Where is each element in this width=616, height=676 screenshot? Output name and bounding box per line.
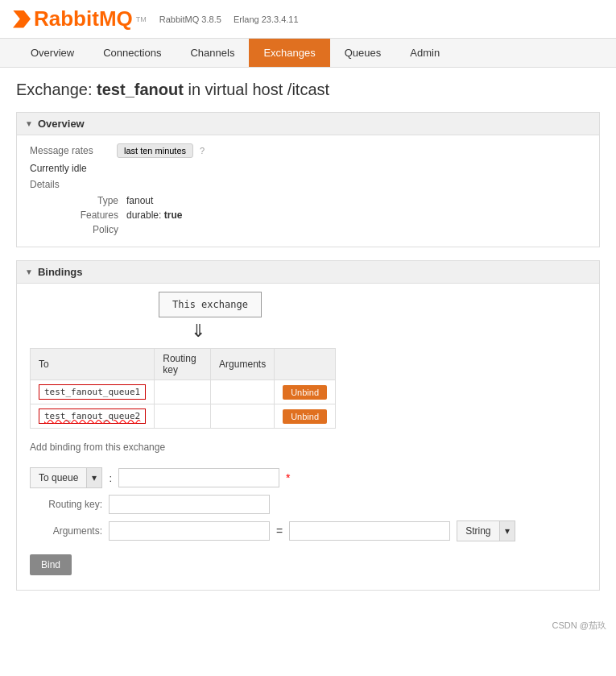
table-row: test_fanout_queue2 Unbind [31,404,336,429]
page-title: Exchange: test_fanout in virtual host /i… [16,81,600,99]
col-arguments: Arguments [211,349,275,380]
overview-section: ▼ Overview Message rates last ten minute… [16,112,600,247]
bind-button[interactable]: Bind [30,554,72,575]
version-info: RabbitMQ 3.8.5 Erlang 23.3.4.11 [159,15,308,24]
nav-item-exchanges[interactable]: Exchanges [249,39,329,67]
footer-text: CSDN @茄玖 [552,620,606,630]
col-actions [275,349,336,380]
nav-item-connections[interactable]: Connections [89,39,176,67]
currently-idle: Currently idle [30,163,586,174]
logo: RabbitMQ TM [13,6,147,31]
title-middle: in virtual host [188,81,283,98]
main-nav: Overview Connections Channels Exchanges … [0,39,616,68]
features-bold: true [164,209,183,221]
required-star: * [286,471,290,484]
col-routing-key: Routing key [155,349,211,380]
features-value: durable: true [126,209,182,221]
table-row: test_fanout_queue1 Unbind [31,380,336,404]
logo-tm: TM [136,15,147,23]
type-row: Type fanout [62,195,586,206]
binding-form: To queue ▾ : * Routing key: Arguments: = [30,461,586,582]
arguments-input-left[interactable] [109,521,270,541]
vhost: /itcast [287,81,329,98]
to-queue-input[interactable] [118,468,279,487]
arguments-input-right[interactable] [289,521,450,541]
nav-item-channels[interactable]: Channels [176,39,249,67]
to-queue-row: To queue ▾ : * [30,467,586,488]
bindings-triangle-icon: ▼ [25,267,33,276]
colon: : [109,472,112,484]
bindings-section: ▼ Bindings This exchange ⇓ To Routing ke… [16,260,600,591]
routing-key-cell-2 [155,404,211,429]
features-text: durable: [126,209,161,221]
routing-key-label: Routing key: [30,499,102,510]
policy-label: Policy [62,224,126,235]
string-dropdown[interactable]: String ▾ [457,520,515,541]
queue-name-cell-2: test_fanout_queue2 [31,404,155,429]
overview-section-label: Overview [38,118,85,130]
queue-name-cell-1: test_fanout_queue1 [31,380,155,404]
col-to: To [31,349,155,380]
bindings-section-body: This exchange ⇓ To Routing key Arguments… [17,284,599,590]
unbind-cell-1: Unbind [275,380,336,404]
arguments-cell-2 [211,404,275,429]
this-exchange-box: This exchange [159,292,262,317]
overview-section-body: Message rates last ten minutes ? Current… [17,135,599,247]
to-queue-label: To queue [31,468,86,487]
unbind-cell-2: Unbind [275,404,336,429]
routing-key-row: Routing key: [30,495,586,514]
version-label: RabbitMQ 3.8.5 [159,15,221,24]
bindings-section-label: Bindings [38,266,83,278]
arguments-row: Arguments: = String ▾ [30,520,586,541]
bindings-section-header[interactable]: ▼ Bindings [17,261,599,284]
unbind-button-1[interactable]: Unbind [283,385,327,400]
add-binding-label: Add binding from this exchange [30,442,586,453]
arrow-down-icon: ⇓ [191,321,586,342]
footer: CSDN @茄玖 [0,616,616,635]
overview-triangle-icon: ▼ [25,119,33,128]
to-queue-dropdown[interactable]: To queue ▾ [30,467,102,488]
queue-name-2: test_fanout_queue2 [39,409,146,424]
rates-btn[interactable]: last ten minutes [117,143,193,158]
exchange-name: test_fanout [97,81,184,98]
message-rates-row: Message rates last ten minutes ? [30,143,586,158]
details-label: Details [30,179,586,190]
nav-item-queues[interactable]: Queues [330,39,396,67]
message-rates-label: Message rates [30,145,110,156]
main-content: Exchange: test_fanout in virtual host /i… [0,68,616,616]
policy-row: Policy [62,224,586,235]
equals-sign: = [276,525,283,537]
features-label: Features [62,209,126,221]
routing-key-cell-1 [155,380,211,404]
overview-section-header[interactable]: ▼ Overview [17,113,599,135]
logo-icon [13,10,31,28]
to-queue-arrow-icon: ▾ [86,468,101,487]
question-mark-icon: ? [200,146,205,156]
logo-text: RabbitMQ [34,6,133,31]
nav-item-overview[interactable]: Overview [16,39,89,67]
arguments-label: Arguments: [30,525,102,537]
unbind-button-2[interactable]: Unbind [283,409,327,424]
string-label: String [457,521,498,541]
header: RabbitMQ TM RabbitMQ 3.8.5 Erlang 23.3.4… [0,0,616,39]
routing-key-input[interactable] [109,495,270,514]
features-row: Features durable: true [62,209,586,221]
arguments-cell-1 [211,380,275,404]
title-prefix: Exchange: [16,81,93,98]
details-table: Type fanout Features durable: true Polic… [62,195,586,235]
queue-name-1: test_fanout_queue1 [39,384,146,400]
string-arrow-icon: ▾ [499,521,515,541]
nav-item-admin[interactable]: Admin [395,39,454,67]
bindings-table: To Routing key Arguments test_fanout_que… [30,348,336,429]
type-value: fanout [126,195,153,206]
erlang-label: Erlang 23.3.4.11 [234,15,299,24]
type-label: Type [62,195,126,206]
